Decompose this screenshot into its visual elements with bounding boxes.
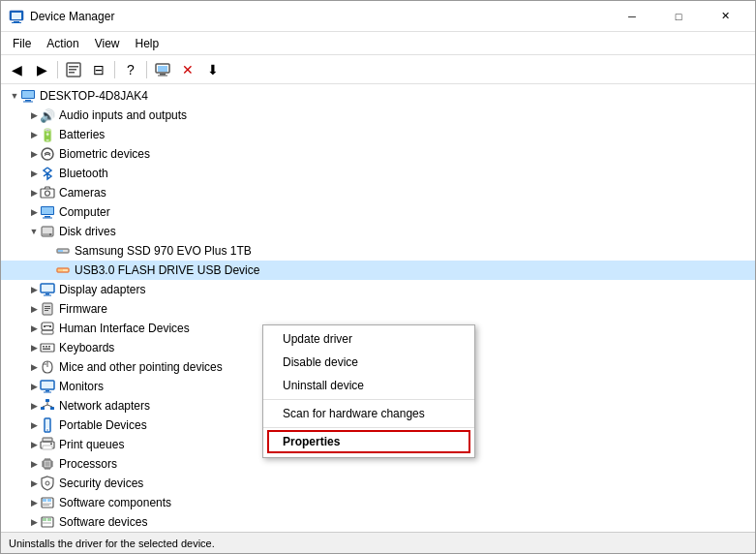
computer-expand: ▶	[28, 206, 40, 218]
computer-tree-icon	[40, 204, 55, 220]
device-manager-window: Device Manager ─ □ ✕ File Action View He…	[0, 0, 756, 554]
svg-rect-37	[45, 310, 48, 311]
hid-expand: ▶	[28, 323, 40, 334]
softcomp-icon	[40, 495, 55, 510]
print-label: Print queues	[59, 438, 124, 451]
display-label: Display adapters	[59, 283, 145, 296]
minimize-button[interactable]: ─	[610, 1, 654, 32]
svg-rect-54	[45, 399, 49, 402]
network-label: Network adapters	[59, 399, 150, 413]
keyboards-icon	[40, 340, 55, 355]
monitors-icon	[40, 379, 55, 394]
tree-item-biometric[interactable]: ▶ Biometric devices	[1, 144, 755, 164]
toolbar-back[interactable]: ◀	[5, 58, 28, 81]
svg-rect-5	[69, 66, 78, 68]
svg-rect-3	[12, 22, 21, 23]
tree-item-usb3[interactable]: ▶ USB3.0 FLASH DRIVE USB Device	[1, 261, 755, 280]
tree-item-disk[interactable]: ▼ Disk drives	[1, 222, 755, 241]
tree-item-softdev[interactable]: ▶ Software devices	[1, 512, 755, 532]
window-title: Device Manager	[30, 10, 114, 23]
svg-rect-13	[22, 91, 34, 98]
bluetooth-icon	[40, 166, 55, 181]
softdev-icon	[40, 514, 55, 530]
status-bar: Uninstalls the driver for the selected d…	[1, 532, 755, 553]
tree-item-computer[interactable]: ▶ Computer	[1, 202, 755, 222]
toolbar: ◀ ▶ ⊟ ? ✕ ⬇	[1, 55, 755, 84]
svg-rect-56	[50, 407, 54, 410]
menu-file[interactable]: File	[5, 35, 39, 52]
ctx-update-driver[interactable]: Update driver	[263, 327, 474, 351]
cameras-label: Cameras	[59, 186, 106, 200]
svg-rect-33	[44, 295, 51, 296]
svg-rect-43	[41, 344, 54, 352]
security-label: Security devices	[59, 477, 143, 490]
tree-item-bluetooth[interactable]: ▶ Bluetooth	[1, 164, 755, 183]
svg-point-25	[49, 233, 51, 235]
svg-rect-17	[41, 189, 54, 198]
svg-rect-52	[45, 390, 49, 392]
toolbar-delete[interactable]: ✕	[176, 58, 199, 81]
tree-item-security[interactable]: ▶ Security devices	[1, 474, 755, 493]
toolbar-properties[interactable]	[62, 58, 85, 81]
svg-point-81	[45, 481, 49, 485]
ctx-properties[interactable]: Properties	[267, 430, 470, 453]
tree-item-audio[interactable]: ▶ 🔊 Audio inputs and outputs	[1, 106, 755, 125]
toolbar-computer[interactable]	[151, 58, 174, 81]
cameras-expand: ▶	[28, 187, 40, 199]
tree-item-cameras[interactable]: ▶ Cameras	[1, 183, 755, 202]
cameras-icon	[40, 185, 55, 200]
toolbar-forward[interactable]: ▶	[30, 58, 53, 81]
tree-item-softcomp[interactable]: ▶ Software components	[1, 493, 755, 512]
disk-expand: ▼	[28, 226, 40, 237]
svg-line-58	[43, 405, 47, 407]
svg-rect-83	[43, 499, 46, 502]
ctx-uninstall-device[interactable]: Uninstall device	[263, 374, 474, 397]
audio-icon: 🔊	[40, 108, 55, 123]
portable-icon	[40, 417, 55, 433]
mice-icon	[40, 359, 55, 375]
svg-rect-35	[45, 306, 50, 307]
svg-rect-7	[69, 72, 75, 74]
keyboards-label: Keyboards	[59, 341, 114, 354]
tree-view[interactable]: ▼ DESKTOP-4D8JAK4 ▶ 🔊 Audio inputs and o…	[1, 84, 755, 532]
toolbar-help[interactable]: ?	[119, 58, 142, 81]
tree-root[interactable]: ▼ DESKTOP-4D8JAK4	[5, 86, 755, 106]
root-expand-arrow: ▼	[9, 90, 20, 102]
svg-rect-90	[43, 523, 51, 524]
svg-rect-66	[50, 444, 52, 446]
ctx-disable-device[interactable]: Disable device	[263, 351, 474, 374]
svg-point-62	[46, 429, 48, 431]
tree-item-samsung[interactable]: ▶ Samsung SSD 970 EVO Plus 1TB	[1, 241, 755, 261]
ctx-scan-hardware[interactable]: Scan for hardware changes	[263, 402, 474, 425]
security-icon	[40, 476, 55, 491]
toolbar-update[interactable]: ⬇	[201, 58, 225, 81]
tree-item-display[interactable]: ▶ Display adapters	[1, 280, 755, 299]
biometric-expand: ▶	[28, 148, 40, 160]
svg-rect-47	[43, 349, 50, 351]
toolbar-sep3	[146, 61, 147, 78]
tree-item-firmware[interactable]: ▶ Firmware	[1, 299, 755, 319]
svg-line-59	[47, 405, 52, 407]
softdev-label: Software devices	[59, 515, 147, 529]
svg-rect-14	[25, 100, 31, 102]
maximize-button[interactable]: □	[656, 1, 701, 32]
menu-help[interactable]: Help	[128, 35, 167, 52]
menu-action[interactable]: Action	[39, 35, 86, 52]
svg-rect-41	[45, 325, 49, 326]
root-label: DESKTOP-4D8JAK4	[40, 89, 148, 103]
samsung-icon	[55, 243, 71, 259]
monitors-label: Monitors	[59, 380, 104, 393]
menu-view[interactable]: View	[87, 35, 128, 52]
security-expand: ▶	[28, 477, 40, 489]
toolbar-collapse[interactable]: ⊟	[87, 58, 110, 81]
svg-rect-6	[69, 69, 76, 71]
biometric-icon	[40, 146, 55, 162]
svg-rect-36	[45, 308, 50, 309]
svg-rect-10	[160, 74, 166, 76]
svg-point-18	[45, 191, 50, 196]
ctx-separator2	[263, 427, 474, 428]
svg-rect-40	[49, 325, 51, 327]
audio-expand: ▶	[28, 109, 40, 121]
close-button[interactable]: ✕	[703, 1, 747, 32]
tree-item-batteries[interactable]: ▶ 🔋 Batteries	[1, 125, 755, 144]
